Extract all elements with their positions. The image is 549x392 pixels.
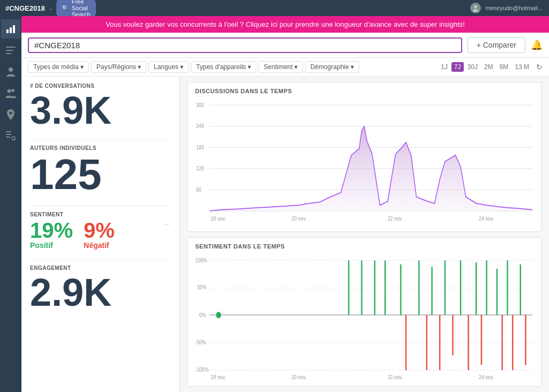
engagement-block: ENGAGEMENT 2.9K (30, 265, 170, 312)
engagement-label: ENGAGEMENT (30, 265, 170, 271)
search-input[interactable] (34, 41, 456, 50)
stats-panel: # DE CONVERSATIONS 3.9K AUTEURS INDIVIDU… (21, 77, 180, 392)
negative-percent: 9% (84, 220, 115, 241)
bell-button[interactable]: 🔔 (531, 39, 543, 51)
filter-bar: Types de média ▾ Pays/Régions ▾ Langues … (21, 58, 549, 77)
more-options-icon[interactable]: ··· (165, 220, 170, 228)
filter-demographics-chevron: ▾ (351, 63, 354, 71)
filter-regions-label: Pays/Régions (97, 63, 136, 71)
svg-point-8 (9, 67, 13, 72)
svg-rect-12 (6, 134, 11, 135)
content-area: # DE CONVERSATIONS 3.9K AUTEURS INDIVIDU… (21, 77, 549, 392)
time-period-buttons: 1J 7J 30J 2M 6M 13 M (438, 62, 532, 72)
sentiment-label: SENTIMENT (30, 212, 170, 217)
filter-sentiment[interactable]: Sentiment ▾ (258, 61, 303, 73)
search-icon-small: 🔍 (62, 5, 69, 12)
compare-button[interactable]: + Comparer (468, 37, 525, 53)
positive-sentiment: 19% Positif (30, 220, 73, 250)
svg-rect-4 (13, 25, 15, 33)
search-input-wrap[interactable] (28, 37, 462, 53)
svg-rect-7 (6, 53, 11, 54)
filter-demographics-label: Démographie (310, 63, 349, 71)
free-social-search-label: Free Social Search (72, 0, 91, 18)
svg-point-0 (474, 5, 477, 9)
authors-value: 125 (30, 153, 170, 196)
main-content: Vous voulez garder vos concurrents à l'o… (0, 16, 549, 392)
time-btn-7j[interactable]: 7J (451, 62, 464, 72)
positive-percent: 19% (30, 220, 73, 241)
filter-languages-chevron: ▾ (180, 63, 183, 71)
sidebar-item-group[interactable] (1, 84, 20, 103)
top-bar-right: mimiryudo@hotmail... (470, 3, 549, 13)
svg-point-1 (473, 9, 478, 12)
search-bar: + Comparer 🔔 (21, 33, 549, 58)
filter-regions-chevron: ▾ (138, 63, 141, 71)
svg-text:18 nov.: 18 nov. (211, 215, 226, 222)
svg-rect-13 (6, 137, 10, 138)
negative-name: Négatif (84, 241, 115, 250)
svg-text:100%: 100% (195, 257, 207, 263)
engagement-value: 2.9K (30, 273, 170, 312)
svg-rect-5 (6, 47, 16, 48)
divider-3 (30, 259, 170, 260)
svg-rect-6 (6, 50, 13, 51)
svg-point-9 (8, 89, 11, 93)
divider-2 (30, 206, 170, 206)
time-btn-30j[interactable]: 30J (465, 62, 480, 72)
time-btn-6m[interactable]: 6M (497, 62, 511, 72)
top-bar: #CNGE2018 ⌄ 🔍 Free Social Search mimiryu… (0, 0, 549, 16)
page-area: Vous voulez garder vos concurrents à l'o… (21, 16, 549, 392)
sentiment-chart-title: SENTIMENT DANS LE TEMPS (195, 243, 533, 250)
sidebar-item-chart[interactable] (1, 19, 20, 39)
filter-sentiment-label: Sentiment (264, 63, 293, 71)
discussions-chart-area: 300 240 180 120 60 (195, 97, 533, 226)
app-logo: #CNGE2018 (5, 4, 45, 12)
divider-1 (30, 139, 170, 140)
sidebar-item-person[interactable] (1, 62, 20, 81)
svg-text:0%: 0% (199, 311, 206, 318)
filter-regions[interactable]: Pays/Régions ▾ (91, 61, 146, 73)
authors-block: AUTEURS INDIVIDUELS 125 (30, 145, 170, 196)
sidebar-item-menu[interactable] (1, 41, 20, 60)
svg-point-45 (216, 312, 221, 318)
conversations-value: 3.9K (30, 91, 170, 130)
svg-text:180: 180 (196, 144, 204, 150)
app: #CNGE2018 ⌄ 🔍 Free Social Search mimiryu… (0, 0, 549, 392)
svg-text:300: 300 (196, 102, 204, 108)
time-btn-1j[interactable]: 1J (438, 62, 450, 72)
svg-text:18 nov.: 18 nov. (211, 374, 226, 380)
discussions-chart-svg: 300 240 180 120 60 (195, 97, 533, 226)
svg-text:50%: 50% (197, 284, 207, 290)
time-btn-13m[interactable]: 13 M (512, 62, 532, 72)
filter-devices-label: Types d'appareils (196, 63, 246, 71)
sentiment-chart-svg: 100% 50% 0% -50% -100% (195, 253, 533, 381)
svg-text:-100%: -100% (195, 366, 209, 372)
filter-media-chevron: ▾ (80, 63, 84, 71)
filter-languages-label: Langues (154, 63, 179, 71)
filter-media-types[interactable]: Types de média ▾ (28, 61, 89, 73)
sidebar (0, 16, 21, 392)
discussions-chart-title: DISCUSSIONS DANS LE TEMPS (195, 88, 533, 94)
sidebar-item-search-list[interactable] (1, 126, 20, 146)
svg-line-15 (14, 139, 16, 140)
svg-point-10 (11, 89, 14, 92)
svg-rect-3 (10, 27, 12, 33)
refresh-button[interactable]: ↻ (536, 63, 543, 71)
username: mimiryudo@hotmail... (485, 5, 543, 11)
sentiment-row: 19% Positif 9% Négatif (30, 220, 165, 250)
filter-languages[interactable]: Langues ▾ (149, 61, 189, 73)
promo-banner[interactable]: Vous voulez garder vos concurrents à l'o… (21, 16, 549, 33)
time-btn-2m[interactable]: 2M (481, 62, 496, 72)
svg-text:240: 240 (196, 123, 204, 130)
avatar (470, 3, 481, 13)
conversations-label: # DE CONVERSATIONS (30, 83, 170, 89)
filter-demographics[interactable]: Démographie ▾ (305, 61, 359, 73)
filter-devices[interactable]: Types d'appareils ▾ (191, 61, 256, 73)
sidebar-item-location[interactable] (1, 105, 20, 124)
svg-text:24 nov.: 24 nov. (479, 374, 494, 380)
conversations-block: # DE CONVERSATIONS 3.9K (30, 83, 170, 130)
sentiment-block: SENTIMENT ··· 19% Positif 9% Négatif (30, 212, 170, 250)
positive-name: Positif (30, 241, 73, 250)
charts-panel: DISCUSSIONS DANS LE TEMPS 300 240 180 12… (180, 77, 549, 392)
svg-text:22 nov.: 22 nov. (388, 374, 403, 380)
